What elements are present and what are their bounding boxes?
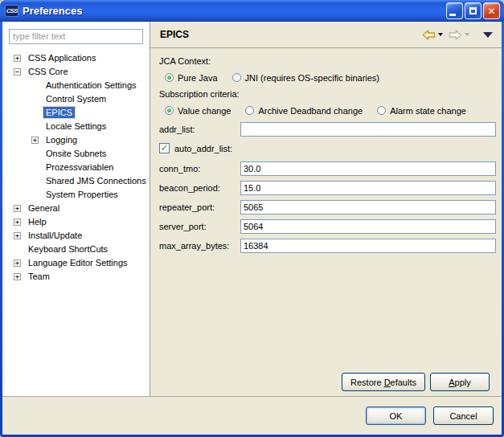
ok-button[interactable]: OK xyxy=(366,406,426,425)
tree-item-prozessvariablen[interactable]: Prozessvariablen xyxy=(9,161,143,174)
server-port-row: server_port: xyxy=(159,219,496,234)
forward-button[interactable] xyxy=(449,30,462,40)
auto-addr-list-label: auto_addr_list: xyxy=(174,144,232,153)
preferences-dialog: CSS Preferences ✕ +CSS Applications−CSS … xyxy=(0,0,504,437)
radio-option-jni-requires-os-specific-binaries-[interactable]: JNI (requires OS-specific binaries) xyxy=(232,73,380,83)
cancel-button[interactable]: Cancel xyxy=(433,406,494,425)
close-icon: ✕ xyxy=(487,6,495,16)
maximize-button[interactable] xyxy=(465,2,481,19)
expander-spacer xyxy=(31,191,39,198)
tree-item-label: CSS Applications xyxy=(26,52,98,63)
max-array-bytes-input[interactable] xyxy=(240,239,496,253)
repeater-port-input[interactable] xyxy=(240,200,496,214)
expand-icon[interactable]: + xyxy=(14,232,21,239)
expand-icon[interactable]: + xyxy=(14,55,21,62)
back-dropdown-icon[interactable] xyxy=(438,33,443,36)
tree-item-control-system[interactable]: Control System xyxy=(9,92,143,106)
max-array-bytes-row: max_array_bytes: xyxy=(159,239,496,253)
expander-spacer xyxy=(31,164,39,171)
expand-icon[interactable]: + xyxy=(14,259,21,267)
addr-list-label: addr_list: xyxy=(159,125,240,134)
addr-list-input[interactable] xyxy=(240,122,496,137)
tree-item-label: Help xyxy=(26,216,49,227)
tree-item-locale-settings[interactable]: Locale Settings xyxy=(9,120,143,133)
dialog-body: +CSS Applications−CSS CoreAuthentication… xyxy=(2,22,502,396)
radio-groups: JCA Context:Pure JavaJNI (requires OS-sp… xyxy=(159,54,496,122)
restore-defaults-button[interactable]: Restore Defaults xyxy=(342,373,425,391)
radio-option-alarm-state-change[interactable]: Alarm state change xyxy=(377,106,466,116)
expand-icon[interactable]: + xyxy=(31,137,39,144)
preferences-sidebar: +CSS Applications−CSS CoreAuthentication… xyxy=(2,22,150,396)
restore-defaults-mnemonic: D xyxy=(384,378,391,387)
restore-defaults-label: Restore xyxy=(350,378,384,387)
expand-icon[interactable]: + xyxy=(14,273,21,280)
tree-item-label: Team xyxy=(26,271,52,282)
expander-spacer xyxy=(31,123,39,130)
auto-addr-list-checkbox[interactable]: ✓ xyxy=(159,143,170,153)
tree-item-authentication-settings[interactable]: Authentication Settings xyxy=(9,79,143,92)
tree-item-label: Keyboard ShortCuts xyxy=(26,243,110,255)
radio-icon[interactable] xyxy=(377,106,386,115)
beacon-period-input[interactable] xyxy=(240,181,496,195)
radio-option-value-change[interactable]: Value change xyxy=(165,106,231,116)
tree-item-team[interactable]: +Team xyxy=(9,270,143,284)
repeater-port-label: repeater_port: xyxy=(159,202,240,212)
form-rows: addr_list:✓auto_addr_list:conn_tmo:beaco… xyxy=(159,122,496,258)
conn-tmo-row: conn_tmo: xyxy=(159,161,496,176)
expander-spacer xyxy=(31,178,39,185)
tree-item-help[interactable]: +Help xyxy=(9,215,143,229)
radio-row: Value changeArchive Deadband changeAlarm… xyxy=(159,104,496,117)
radio-label: JNI (requires OS-specific binaries) xyxy=(245,73,380,83)
titlebar[interactable]: CSS Preferences ✕ xyxy=(0,0,504,22)
repeater-port-row: repeater_port: xyxy=(159,200,496,214)
minimize-button[interactable] xyxy=(446,2,463,19)
tree-item-label: CSS Core xyxy=(26,66,71,77)
group-label: Subscription criteria: xyxy=(159,89,496,100)
apply-label-rest: pply xyxy=(455,378,471,387)
tree-item-label: Control System xyxy=(43,93,109,104)
tree-item-label: Authentication Settings xyxy=(43,80,139,91)
radio-label: Archive Deadband change xyxy=(258,106,363,116)
conn-tmo-input[interactable] xyxy=(240,161,496,176)
forward-dropdown-icon[interactable] xyxy=(465,33,469,36)
radio-icon[interactable] xyxy=(165,106,174,115)
radio-label: Value change xyxy=(178,106,231,116)
tree-item-epics[interactable]: EPICS xyxy=(9,106,143,120)
radio-row: Pure JavaJNI (requires OS-specific binar… xyxy=(159,71,496,84)
radio-icon[interactable] xyxy=(165,73,174,82)
collapse-icon[interactable]: − xyxy=(14,68,21,76)
close-button[interactable]: ✕ xyxy=(483,2,500,19)
preferences-content: EPICS xyxy=(150,22,502,396)
tree-item-shared-jms-connections[interactable]: Shared JMS Connections xyxy=(9,174,143,188)
filter-input[interactable] xyxy=(9,29,143,44)
tree-item-onsite-subnets[interactable]: Onsite Subnets xyxy=(9,147,143,161)
tree-item-label: Install/Update xyxy=(26,230,84,241)
tree-item-css-core[interactable]: −CSS Core xyxy=(9,65,143,79)
tree-item-logging[interactable]: +Logging xyxy=(9,133,143,147)
addr-list-row: addr_list: xyxy=(159,122,496,137)
maximize-icon xyxy=(469,7,477,14)
tree-item-general[interactable]: +General xyxy=(9,202,143,215)
tree-item-keyboard-shortcuts[interactable]: Keyboard ShortCuts xyxy=(9,243,143,256)
radio-icon[interactable] xyxy=(232,73,241,82)
tree-item-system-properties[interactable]: System Properties xyxy=(9,188,143,202)
expand-icon[interactable]: + xyxy=(14,218,21,226)
radio-option-archive-deadband-change[interactable]: Archive Deadband change xyxy=(245,106,363,116)
radio-label: Pure Java xyxy=(178,73,218,83)
tree-item-css-applications[interactable]: +CSS Applications xyxy=(9,51,143,65)
back-button[interactable] xyxy=(422,30,436,40)
tree-item-label: System Properties xyxy=(43,189,121,200)
apply-button[interactable]: Apply xyxy=(430,373,490,391)
window-title: Preferences xyxy=(23,5,82,17)
radio-icon[interactable] xyxy=(245,106,254,115)
tree-item-install-update[interactable]: +Install/Update xyxy=(9,229,143,243)
restore-defaults-label-rest: efaults xyxy=(391,378,416,387)
radio-option-pure-java[interactable]: Pure Java xyxy=(165,73,218,83)
view-menu-icon[interactable] xyxy=(483,32,493,38)
server-port-input[interactable] xyxy=(240,219,496,234)
tree-item-label: Shared JMS Connections xyxy=(43,175,149,186)
expand-icon[interactable]: + xyxy=(14,205,21,212)
max-array-bytes-label: max_array_bytes: xyxy=(159,241,240,251)
expander-spacer xyxy=(31,109,39,116)
tree-item-language-editor-settings[interactable]: +Language Editor Settings xyxy=(9,256,143,270)
